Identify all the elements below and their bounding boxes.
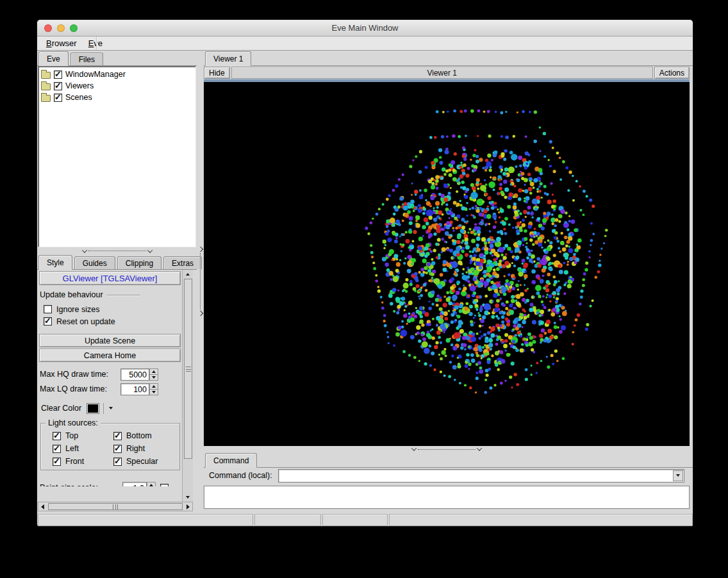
zoom-button-icon[interactable] <box>70 24 78 32</box>
hide-button[interactable]: Hide <box>204 67 230 79</box>
stepper-down-button[interactable] <box>149 375 158 381</box>
point-size-input[interactable]: 1.0 <box>122 482 147 487</box>
color-dropdown-icon[interactable] <box>109 407 113 409</box>
light-right-label: Right <box>126 444 145 453</box>
tree-checkbox[interactable] <box>54 94 62 102</box>
splitter-dots <box>200 253 201 310</box>
tree-checkbox[interactable] <box>54 70 62 79</box>
scroll-right-button[interactable] <box>184 504 192 509</box>
scroll-down-button[interactable] <box>183 493 193 502</box>
command-tabbar: Command <box>204 452 693 468</box>
point-size-checkbox[interactable] <box>160 484 169 487</box>
light-top: Top <box>53 431 113 440</box>
tree-item-label[interactable]: Viewers <box>65 81 94 90</box>
command-output <box>204 486 690 509</box>
scales-block: Point-size scale: 1.0 Line-width scale: … <box>38 481 182 486</box>
gl-viewport-canvas[interactable] <box>204 82 690 446</box>
splitter-dots <box>418 449 476 450</box>
tab-guides[interactable]: Guides <box>74 256 115 269</box>
light-sources-grid: Top Bottom Left Right Front Specular <box>53 431 179 466</box>
status-segment <box>322 514 388 526</box>
light-bottom-checkbox[interactable] <box>113 432 122 440</box>
light-top-label: Top <box>65 431 78 440</box>
light-right: Right <box>113 444 179 453</box>
statusbar <box>37 513 693 527</box>
browser-left-panel: Eve Files WindowManager Viewers Scenes <box>37 51 197 511</box>
glviewer-object-button[interactable]: GLViewer [TGLSAViewer] <box>39 271 181 285</box>
light-top-checkbox[interactable] <box>53 432 61 440</box>
max-hq-input[interactable]: 5000 <box>120 368 149 381</box>
light-specular-checkbox[interactable] <box>113 458 122 466</box>
menubar: Browser Eve <box>37 37 693 51</box>
chevron-down-icon <box>676 474 680 477</box>
tab-files[interactable]: Files <box>70 53 103 65</box>
viewer-tabbar: Viewer 1 <box>204 51 693 66</box>
command-combobox[interactable] <box>278 469 684 483</box>
folder-icon <box>41 83 51 90</box>
chevron-down-icon <box>152 391 156 393</box>
actions-button[interactable]: Actions <box>654 67 690 79</box>
tree-checkbox[interactable] <box>54 82 62 90</box>
camera-home-button[interactable]: Camera Home <box>39 349 181 362</box>
editor-horizontal-scrollbar[interactable] <box>38 502 193 511</box>
light-bottom-label: Bottom <box>126 431 152 440</box>
chevron-down-icon <box>411 445 417 450</box>
tree-row[interactable]: Viewers <box>41 80 195 92</box>
max-lq-stepper <box>149 383 158 395</box>
tab-clipping[interactable]: Clipping <box>117 256 161 269</box>
chevron-right-icon <box>186 504 190 509</box>
update-scene-button[interactable]: Update Scene <box>39 334 181 347</box>
status-segment <box>38 514 253 526</box>
update-behaviour-label: Update behaviour <box>40 290 103 299</box>
chevron-down-icon <box>152 376 156 379</box>
horizontal-splitter[interactable] <box>37 247 197 254</box>
stepper-up-button[interactable] <box>149 383 158 390</box>
combo-dropdown-button[interactable] <box>673 470 683 481</box>
status-segment <box>254 514 321 526</box>
light-left-checkbox[interactable] <box>53 445 61 453</box>
max-lq-input[interactable]: 100 <box>120 383 149 395</box>
close-button-icon[interactable] <box>44 24 52 32</box>
point-size-stepper <box>147 482 156 487</box>
gl-viewer-editor: Style Guides Clipping Extras GLViewer [T… <box>37 254 197 511</box>
scroll-left-button[interactable] <box>38 504 47 509</box>
light-front: Front <box>53 457 113 466</box>
light-right-checkbox[interactable] <box>113 445 122 453</box>
status-segment <box>389 514 693 526</box>
vertical-splitter[interactable] <box>197 51 204 511</box>
viewer-command-splitter[interactable] <box>204 446 690 452</box>
tree-item-label[interactable]: Scenes <box>65 93 92 102</box>
menu-eve[interactable]: Eve <box>83 37 108 51</box>
horizontal-scrollbar-thumb[interactable] <box>48 503 183 510</box>
scroll-up-button[interactable] <box>183 270 193 279</box>
max-lq-label: Max LQ draw time: <box>40 384 120 393</box>
stepper-up-button[interactable] <box>149 368 158 375</box>
tab-style[interactable]: Style <box>38 255 72 270</box>
command-input[interactable] <box>279 470 672 482</box>
editor-vertical-scrollbar[interactable] <box>182 270 193 502</box>
titlebar[interactable]: Eve Main Window <box>37 20 693 37</box>
light-front-checkbox[interactable] <box>53 458 61 466</box>
tree-row[interactable]: Scenes <box>41 92 195 103</box>
point-size-row: Point-size scale: 1.0 <box>40 481 182 486</box>
gl-viewport[interactable] <box>204 82 690 446</box>
tab-command[interactable]: Command <box>205 453 257 468</box>
traffic-lights <box>44 24 78 32</box>
tree-row[interactable]: WindowManager <box>41 69 195 80</box>
clear-color-swatch[interactable] <box>87 403 99 414</box>
tab-viewer-1[interactable]: Viewer 1 <box>205 51 251 66</box>
menu-eve-accel: E <box>88 38 94 48</box>
clear-color-row: Clear Color <box>41 401 182 415</box>
minimize-button-icon[interactable] <box>57 24 65 32</box>
tab-eve[interactable]: Eve <box>38 51 69 66</box>
ignore-sizes-checkbox[interactable] <box>44 305 52 313</box>
reset-on-update-checkbox[interactable] <box>44 317 52 326</box>
stepper-up-button[interactable] <box>147 482 156 487</box>
menu-browser[interactable]: Browser <box>40 37 83 51</box>
stepper-down-button[interactable] <box>149 390 158 395</box>
vertical-scrollbar-thumb[interactable] <box>184 279 192 459</box>
light-specular-label: Specular <box>126 457 158 466</box>
tree-item-label[interactable]: WindowManager <box>65 70 126 79</box>
ignore-sizes-row: Ignore sizes <box>44 303 182 315</box>
light-front-label: Front <box>65 457 84 466</box>
